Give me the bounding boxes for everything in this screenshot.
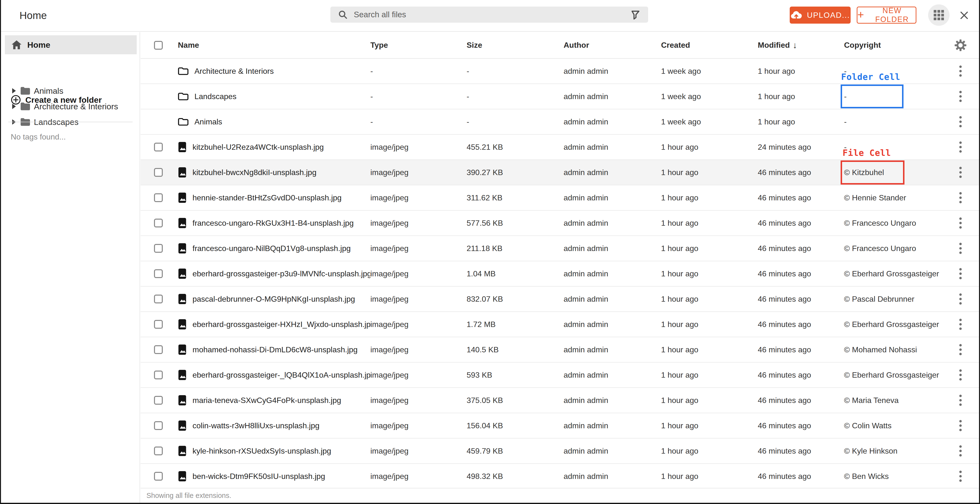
created-cell: 1 hour ago: [661, 193, 758, 202]
item-name: colin-watts-r3wH8lliUxs-unsplash.jpg: [192, 421, 320, 430]
modified-cell: 46 minutes ago: [758, 396, 844, 405]
created-cell: 1 hour ago: [661, 396, 758, 405]
size-cell: 593 KB: [467, 371, 563, 380]
file-row[interactable]: eberhard-grossgasteiger-p3u9-lMVNfc-unsp…: [141, 261, 979, 287]
filter-icon[interactable]: [630, 9, 641, 20]
row-checkbox[interactable]: [154, 219, 163, 227]
table-header-row: Name Type Size Author Created Modified ↓…: [141, 32, 979, 59]
type-cell: image/jpeg: [371, 396, 467, 405]
plus-circle-icon: [11, 95, 21, 105]
type-cell: image/jpeg: [371, 168, 467, 177]
copyright-cell: -: [844, 117, 942, 126]
image-file-icon: [178, 420, 187, 431]
column-header-copyright[interactable]: Copyright: [844, 41, 942, 50]
row-checkbox[interactable]: [154, 269, 163, 278]
image-file-icon: [178, 141, 187, 153]
row-menu-button[interactable]: [956, 292, 965, 306]
sidebar-item-home[interactable]: Home: [5, 35, 137, 54]
row-menu-button[interactable]: [956, 216, 965, 230]
upload-button[interactable]: UPLOAD...: [790, 6, 851, 24]
file-row[interactable]: pascal-debrunner-O-MG9HpNKgI-unsplash.jp…: [141, 287, 979, 312]
select-all-checkbox[interactable]: [154, 41, 163, 50]
grid-view-button[interactable]: [928, 5, 950, 26]
image-file-icon: [178, 395, 187, 406]
column-header-created[interactable]: Created: [661, 41, 758, 50]
row-menu-button[interactable]: [956, 418, 965, 433]
folder-icon: [178, 67, 189, 76]
file-row[interactable]: kyle-hinkson-rXSUedxSyIs-unsplash.jpgima…: [141, 439, 979, 464]
row-menu-button[interactable]: [956, 64, 965, 78]
close-button[interactable]: [958, 9, 970, 21]
new-folder-button[interactable]: + NEW FOLDER: [857, 6, 916, 24]
column-header-size[interactable]: Size: [467, 41, 563, 50]
row-menu-button[interactable]: [956, 140, 965, 154]
row-checkbox[interactable]: [154, 345, 163, 354]
column-settings-button[interactable]: [942, 40, 979, 51]
upload-button-label: UPLOAD...: [807, 11, 850, 20]
row-checkbox[interactable]: [154, 193, 163, 202]
size-cell: -: [467, 117, 563, 126]
row-menu-button[interactable]: [956, 241, 965, 255]
file-row[interactable]: maria-teneva-SXwCyG4FoPk-unsplash.jpgima…: [141, 388, 979, 413]
row-checkbox[interactable]: [154, 371, 163, 379]
file-row[interactable]: francesco-ungaro-RkGUx3H1-B4-unsplash.jp…: [141, 211, 979, 236]
file-row[interactable]: eberhard-grossgasteiger-HXHzI_Wjxdo-unsp…: [141, 312, 979, 337]
column-header-type[interactable]: Type: [371, 41, 467, 50]
row-menu-button[interactable]: [956, 115, 965, 129]
caret-right-icon[interactable]: [12, 88, 16, 94]
column-header-modified[interactable]: Modified ↓: [758, 40, 844, 51]
type-cell: image/jpeg: [371, 193, 467, 202]
file-row[interactable]: francesco-ungaro-NilBQqD1Vg8-unsplash.jp…: [141, 236, 979, 261]
row-checkbox[interactable]: [154, 396, 163, 405]
size-cell: 211.18 KB: [467, 244, 563, 253]
row-menu-button[interactable]: [956, 393, 965, 407]
image-file-icon: [178, 243, 187, 254]
row-menu-button[interactable]: [956, 469, 965, 483]
row-menu-button[interactable]: [956, 342, 965, 357]
row-checkbox[interactable]: [154, 244, 163, 253]
file-row[interactable]: ben-wicks-Dtm9FK50sIU-unsplash.jpgimage/…: [141, 464, 979, 489]
row-checkbox[interactable]: [154, 320, 163, 329]
search-bar[interactable]: [330, 6, 648, 23]
row-checkbox[interactable]: [154, 472, 163, 481]
search-input[interactable]: [354, 10, 630, 19]
modified-cell: 46 minutes ago: [758, 168, 844, 177]
copyright-cell: © Kyle Hinkson: [844, 447, 942, 456]
row-menu-button[interactable]: [956, 444, 965, 458]
row-checkbox[interactable]: [154, 421, 163, 430]
created-cell: 1 week ago: [661, 117, 758, 126]
author-cell: admin admin: [563, 421, 661, 430]
file-row[interactable]: colin-watts-r3wH8lliUxs-unsplash.jpgimag…: [141, 413, 979, 439]
column-header-name[interactable]: Name: [178, 41, 371, 50]
row-checkbox[interactable]: [154, 168, 163, 177]
file-row[interactable]: hennie-stander-BtHtZsGvdD0-unsplash.jpgi…: [141, 185, 979, 211]
item-name: hennie-stander-BtHtZsGvdD0-unsplash.jpg: [192, 193, 342, 202]
size-cell: 455.21 KB: [467, 143, 563, 152]
size-cell: 459.79 KB: [467, 447, 563, 456]
row-checkbox[interactable]: [154, 295, 163, 303]
file-row[interactable]: mohamed-nohassi-Di-DmLD6cW8-unsplash.jpg…: [141, 337, 979, 363]
author-cell: admin admin: [563, 345, 661, 354]
row-checkbox[interactable]: [154, 143, 163, 151]
row-menu-button[interactable]: [956, 165, 965, 179]
created-cell: 1 week ago: [661, 67, 758, 76]
row-menu-button[interactable]: [956, 368, 965, 382]
modified-cell: 46 minutes ago: [758, 269, 844, 278]
type-cell: image/jpeg: [371, 219, 467, 228]
created-cell: 1 hour ago: [661, 345, 758, 354]
size-cell: -: [467, 67, 563, 76]
row-menu-button[interactable]: [956, 266, 965, 281]
row-menu-button[interactable]: [956, 89, 965, 103]
row-menu-button[interactable]: [956, 317, 965, 331]
create-new-folder-button[interactable]: Create a new folder: [11, 94, 102, 106]
row-checkbox[interactable]: [154, 447, 163, 455]
item-name: kitzbuhel-U2Reza4WCtk-unsplash.jpg: [192, 143, 324, 152]
type-cell: image/jpeg: [371, 244, 467, 253]
folder-row[interactable]: Animals--admin admin1 week ago1 hour ago…: [141, 109, 979, 135]
column-header-author[interactable]: Author: [563, 41, 661, 50]
grid-view-icon: [934, 10, 944, 20]
item-name: pascal-debrunner-O-MG9HpNKgI-unsplash.jp…: [192, 295, 355, 304]
row-menu-button[interactable]: [956, 191, 965, 205]
author-cell: admin admin: [563, 143, 661, 152]
file-row[interactable]: eberhard-grossgasteiger-_lQB4QlX1oA-unsp…: [141, 363, 979, 388]
